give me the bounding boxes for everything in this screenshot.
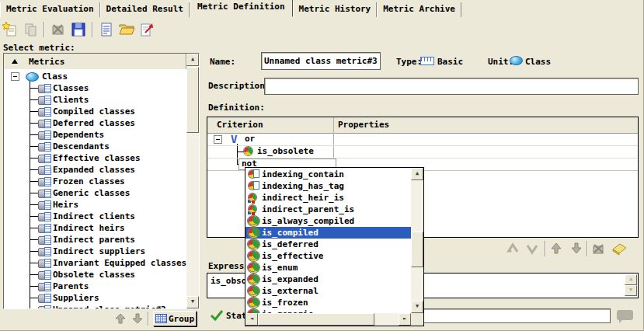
criterion-option[interactable]: is_external bbox=[245, 285, 411, 297]
wrap-or-icon bbox=[524, 242, 541, 256]
criterion-option-label: indexing_has_tag bbox=[262, 180, 344, 192]
tree-item-metric[interactable]: Compiled classes bbox=[4, 106, 186, 117]
open-metrics-folder-icon bbox=[118, 21, 135, 38]
tree-item-metric[interactable]: Parents bbox=[4, 280, 186, 292]
criterion-option-label: is_always_compiled bbox=[262, 215, 354, 227]
tab-bar: Metric Evaluation Detailed Result Metric… bbox=[0, 0, 644, 17]
tree-item-metric[interactable]: Expanded classes bbox=[4, 164, 186, 176]
tab-metric-evaluation[interactable]: Metric Evaluation bbox=[0, 2, 100, 17]
or-operator-icon: V bbox=[231, 134, 237, 145]
criterion-column-header[interactable]: Criterion bbox=[217, 120, 263, 130]
expression-scroll-up-icon[interactable]: ▲ bbox=[625, 274, 637, 285]
tree-item-metric[interactable]: Heirs bbox=[4, 199, 186, 211]
tree-item-label: Compiled classes bbox=[53, 106, 135, 117]
tree-item-metric[interactable]: Indirect clients bbox=[4, 211, 186, 222]
criterion-icon bbox=[248, 298, 259, 308]
tree-item-class-root[interactable]: Class bbox=[4, 71, 186, 82]
tree-connector-tick bbox=[30, 99, 38, 100]
collapse-icon[interactable] bbox=[214, 135, 222, 144]
criterion-icon bbox=[248, 181, 259, 191]
tree-item-metric[interactable]: Deferred classes bbox=[4, 117, 186, 129]
new-metric-icon bbox=[2, 21, 19, 38]
tree-item-metric[interactable]: Unnamed class metric#3 bbox=[4, 304, 186, 308]
description-input[interactable] bbox=[264, 78, 639, 95]
tree-connector-tick bbox=[30, 298, 38, 298]
new-metric-button[interactable] bbox=[1, 20, 19, 39]
scrollbar-thumb[interactable] bbox=[186, 67, 199, 133]
tab-metric-archive[interactable]: Metric Archive bbox=[377, 2, 461, 17]
criterion-option[interactable]: indirect_parent_is bbox=[245, 204, 411, 215]
main-toolbar bbox=[0, 19, 157, 40]
expression-scroll-down-icon[interactable]: ▼ bbox=[625, 285, 637, 296]
criterion-option-label: is_compiled bbox=[262, 227, 319, 239]
criterion-option[interactable]: is_expanded bbox=[245, 274, 411, 285]
tree-item-metric[interactable]: Effective classes bbox=[4, 152, 186, 164]
criterion-option[interactable]: indirect_heir_is bbox=[245, 192, 411, 204]
criterion-option[interactable]: is_frozen bbox=[245, 297, 411, 308]
criterion-option[interactable]: is_enum bbox=[245, 262, 411, 274]
tree-item-metric[interactable]: Descendants bbox=[4, 141, 186, 152]
open-metrics-folder-button[interactable] bbox=[117, 20, 136, 39]
scroll-up-icon[interactable]: ▲ bbox=[186, 54, 199, 66]
name-input[interactable] bbox=[261, 52, 381, 70]
criterion-option[interactable]: indexing_has_tag bbox=[245, 180, 411, 192]
export-metrics-icon bbox=[138, 21, 155, 38]
tree-item-metric[interactable]: Indirect heirs bbox=[4, 222, 186, 234]
criterion-row-or[interactable]: V or bbox=[207, 133, 638, 146]
criterion-icon bbox=[248, 204, 259, 214]
criterion-option[interactable]: indexing_contain bbox=[245, 169, 411, 180]
tree-item-metric[interactable]: Indirect parents bbox=[4, 234, 186, 246]
scrollbar-thumb[interactable] bbox=[411, 232, 423, 267]
scroll-right-icon[interactable]: ► bbox=[399, 313, 411, 326]
tree-item-metric[interactable]: Dependents bbox=[4, 129, 186, 141]
metric-icon bbox=[38, 259, 51, 268]
tree-item-label: Effective classes bbox=[53, 152, 141, 164]
criterion-row-is-obsolete[interactable]: is_obsolete bbox=[207, 145, 638, 159]
criterion-option-label: is_deferred bbox=[262, 239, 319, 250]
criterion-option-label: indirect_parent_is bbox=[262, 204, 354, 215]
dropdown-horizontal-scrollbar[interactable]: ◄ ► bbox=[245, 313, 411, 326]
delete-criterion-icon bbox=[591, 242, 607, 256]
metric-icon bbox=[38, 294, 51, 303]
scroll-down-icon[interactable]: ▼ bbox=[186, 296, 199, 308]
collapse-icon[interactable] bbox=[11, 72, 19, 81]
erase-criterion-icon[interactable] bbox=[610, 242, 628, 256]
tree-item-metric[interactable]: Invariant Equipped classes bbox=[4, 257, 186, 269]
criterion-icon bbox=[244, 147, 252, 155]
tree-item-label: Clients bbox=[53, 94, 89, 106]
tree-connector-tick bbox=[30, 123, 38, 124]
criterion-icon bbox=[248, 228, 259, 238]
tree-item-metric[interactable]: Frozen classes bbox=[4, 176, 186, 187]
metric-tree-header[interactable]: Metrics bbox=[4, 54, 186, 70]
scroll-down-icon[interactable]: ▼ bbox=[411, 301, 423, 313]
criterion-option[interactable]: is_compiled bbox=[245, 227, 411, 239]
tree-item-metric[interactable]: Obsolete classes bbox=[4, 269, 186, 280]
tree-item-metric[interactable]: Classes bbox=[4, 82, 186, 94]
tree-item-metric[interactable]: Generic classes bbox=[4, 187, 186, 199]
tree-item-metric[interactable]: Clients bbox=[4, 94, 186, 106]
import-metrics-button[interactable] bbox=[97, 20, 116, 39]
toolbar-separator bbox=[587, 241, 588, 256]
save-metric-button[interactable] bbox=[69, 20, 88, 39]
criterion-option[interactable]: is_always_compiled bbox=[245, 215, 411, 227]
tab-metric-definition[interactable]: Metric Definition bbox=[190, 0, 293, 17]
tab-metric-history[interactable]: Metric History bbox=[293, 2, 378, 17]
scroll-left-icon[interactable]: ◄ bbox=[245, 313, 258, 326]
group-button[interactable]: Group bbox=[153, 311, 197, 326]
metric-icon bbox=[38, 119, 51, 128]
scrollbar-thumb[interactable] bbox=[258, 313, 374, 326]
tree-item-metric[interactable]: Indirect suppliers bbox=[4, 246, 186, 257]
tree-item-label: Deferred classes bbox=[53, 117, 135, 129]
export-metrics-button[interactable] bbox=[138, 20, 156, 39]
sort-ascending-icon bbox=[12, 59, 18, 64]
tab-detailed-result[interactable]: Detailed Result bbox=[100, 2, 190, 17]
properties-column-header[interactable]: Properties bbox=[338, 120, 389, 130]
criterion-option[interactable]: is_deferred bbox=[245, 239, 411, 250]
metric-icon bbox=[38, 131, 51, 140]
scroll-up-icon[interactable]: ▲ bbox=[411, 168, 423, 180]
criterion-icon bbox=[248, 239, 259, 249]
dropdown-vertical-scrollbar[interactable]: ▲ ▼ bbox=[411, 168, 423, 313]
criterion-option[interactable]: is_effective bbox=[245, 250, 411, 262]
tree-scrollbar[interactable]: ▲ ▼ bbox=[186, 54, 199, 308]
tree-item-metric[interactable]: Suppliers bbox=[4, 292, 186, 304]
